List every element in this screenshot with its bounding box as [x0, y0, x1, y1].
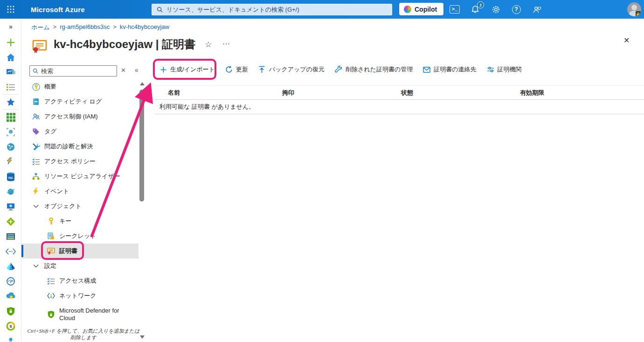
empty-state-message: 利用可能な 証明書 がありません。	[155, 100, 644, 114]
chevron-down-icon	[32, 202, 40, 210]
copilot-label: Copilot	[415, 6, 437, 13]
menu-item-defender[interactable]: Microsoft Defender for Cloud	[21, 303, 138, 326]
menu-item-certificates[interactable]: 証明書	[21, 244, 138, 258]
cloud-shell-icon[interactable]: >_	[449, 3, 461, 15]
restore-icon	[258, 66, 266, 73]
rail-defender-icon[interactable]	[0, 304, 21, 318]
column-expiration[interactable]: 有効期限	[520, 89, 644, 97]
top-bar-icons: >_ 2 ?	[449, 0, 543, 19]
more-options-icon[interactable]: …	[222, 37, 231, 47]
overview-key-icon	[32, 83, 40, 91]
rail-create-resource-icon[interactable]	[0, 35, 21, 49]
notifications-icon[interactable]: 2	[469, 3, 481, 15]
rail-dashboard-icon[interactable]	[0, 65, 21, 79]
favorite-star-icon[interactable]: ☆	[205, 40, 212, 49]
breadcrumb-home[interactable]: ホーム	[31, 23, 50, 32]
settings-gear-icon[interactable]	[490, 3, 502, 15]
rail-help-support-icon[interactable]	[0, 334, 21, 342]
manage-deleted-certificates-button[interactable]: 削除された証明書の管理	[335, 65, 413, 74]
global-search-input[interactable]	[166, 6, 387, 13]
menu-item-access-policies[interactable]: アクセス ポリシー	[21, 154, 138, 169]
menu-item-resource-visualizer[interactable]: リソース ビジュアライザー	[21, 169, 138, 184]
rail-advisor-icon[interactable]	[0, 289, 21, 303]
generate-import-button[interactable]: 生成/インポート	[159, 65, 215, 74]
scrollbar-thumb[interactable]	[139, 90, 144, 202]
menu-item-tags[interactable]: タグ	[21, 124, 138, 139]
rail-favorites-icon[interactable]	[0, 95, 21, 109]
page-title: kv-hc4bybcoeyjaw | 証明書	[54, 37, 195, 51]
menu-item-activity-log[interactable]: アクティビティ ログ	[21, 94, 138, 109]
left-icon-rail: » SQL	[0, 19, 21, 342]
certificate-authorities-button[interactable]: 証明機関	[487, 65, 522, 74]
lightning-icon	[32, 187, 40, 195]
certificate-contacts-button[interactable]: 証明書の連絡先	[423, 65, 476, 74]
rail-monitor-icon[interactable]	[0, 274, 21, 288]
rail-all-resources-icon[interactable]	[0, 110, 21, 124]
certificate-resource-icon	[31, 37, 48, 54]
resource-menu: ✕ « 概要 アクティビティ ログ アクセス制御 (IAM)	[21, 19, 148, 342]
top-bar: Microsoft Azure Copilot >_ 2	[0, 0, 644, 19]
menu-section-objects[interactable]: オブジェクト	[21, 199, 138, 214]
rail-resource-groups-icon[interactable]	[0, 125, 21, 139]
rail-load-balancer-icon[interactable]	[0, 215, 21, 229]
menu-search-input[interactable]	[41, 68, 114, 75]
menu-item-overview[interactable]: 概要	[21, 79, 138, 94]
scroll-down-icon[interactable]	[140, 335, 145, 339]
brand-title[interactable]: Microsoft Azure	[31, 6, 85, 14]
rail-entra-id-icon[interactable]	[0, 259, 21, 273]
close-icon[interactable]: ✕	[623, 36, 630, 45]
checklist-icon	[47, 277, 55, 285]
rail-virtual-network-icon[interactable]	[0, 244, 21, 258]
favorites-hint: Ctrl+Shift+F を押して、お気に入りを追加または削除します	[25, 328, 142, 341]
search-icon	[157, 7, 163, 13]
menu-search-clear-icon[interactable]: ✕	[121, 67, 126, 74]
rail-all-services-icon[interactable]	[0, 80, 21, 94]
global-search[interactable]	[152, 4, 392, 15]
menu-section-settings[interactable]: 設定	[21, 258, 138, 273]
column-thumbprint[interactable]: 拇印	[282, 89, 401, 97]
restore-backup-button[interactable]: バックアップの復元	[258, 65, 325, 74]
menu-items: 概要 アクティビティ ログ アクセス制御 (IAM) タグ	[21, 79, 138, 326]
rail-app-services-icon[interactable]	[0, 140, 21, 154]
refresh-button[interactable]: 更新	[225, 65, 248, 74]
menu-item-secrets[interactable]: シークレット	[21, 229, 138, 244]
secret-icon	[47, 232, 55, 240]
command-bar: 生成/インポート 更新 バックアップの復元 削除された証明書の管理	[155, 60, 644, 79]
feedback-icon[interactable]	[531, 3, 543, 15]
menu-item-keys[interactable]: キー	[21, 214, 138, 229]
wrench-icon	[335, 66, 342, 73]
menu-item-networking[interactable]: ネットワーク	[21, 288, 138, 303]
activity-log-icon	[32, 98, 40, 106]
notification-badge: 2	[477, 1, 484, 8]
network-icon	[47, 292, 55, 300]
breadcrumb-resource-group[interactable]: rg-am5pel6bbs3sc	[60, 23, 110, 32]
column-status[interactable]: 状態	[401, 89, 520, 97]
menu-item-diagnose[interactable]: 問題の診断と解決	[21, 139, 138, 154]
certificate-icon	[47, 247, 55, 255]
menu-item-events[interactable]: イベント	[21, 184, 138, 199]
menu-scrollbar[interactable]	[138, 80, 145, 342]
copilot-icon	[404, 6, 411, 13]
menu-item-access-configuration[interactable]: アクセス構成	[21, 273, 138, 288]
rail-storage-account-icon[interactable]	[0, 230, 21, 244]
menu-search[interactable]	[29, 65, 117, 77]
rail-cost-management-icon[interactable]: $	[0, 319, 21, 333]
help-icon[interactable]: ?	[510, 3, 522, 15]
rail-virtual-machines-icon[interactable]	[0, 200, 21, 214]
menu-item-access-control[interactable]: アクセス制御 (IAM)	[21, 109, 138, 124]
rail-function-app-icon[interactable]	[0, 155, 21, 169]
rail-home-icon[interactable]	[0, 50, 21, 64]
breadcrumb-keyvault[interactable]: kv-hc4bybcoeyjaw	[120, 23, 169, 32]
rail-expand-icon[interactable]: »	[0, 20, 21, 34]
scroll-up-icon[interactable]	[140, 82, 145, 85]
plus-icon	[159, 66, 167, 73]
rail-sql-database-icon[interactable]: SQL	[0, 170, 21, 184]
diagram-icon	[32, 172, 40, 181]
account-avatar[interactable]	[627, 2, 641, 16]
rail-cosmos-db-icon[interactable]	[0, 185, 21, 199]
column-name[interactable]: 名前	[168, 89, 282, 97]
certificates-pane: 生成/インポート 更新 バックアップの復元 削除された証明書の管理	[155, 60, 644, 342]
menu-collapse-icon[interactable]: «	[135, 66, 138, 74]
copilot-button[interactable]: Copilot	[399, 3, 443, 15]
app-launcher-icon[interactable]	[0, 0, 21, 19]
